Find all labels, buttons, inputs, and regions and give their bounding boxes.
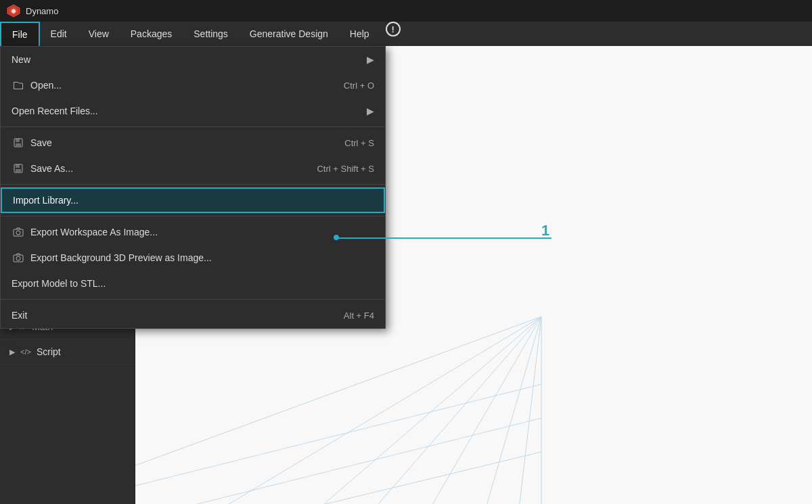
menu-item-open-recent[interactable]: Open Recent Files... ▶ [1, 98, 385, 124]
app-title: Dynamo [26, 6, 58, 16]
svg-rect-9 [16, 143, 21, 146]
arrow-right-icon: ▶ [367, 54, 374, 65]
svg-point-14 [16, 231, 20, 235]
camera-3d-icon [12, 251, 25, 265]
expand-arrow-icon-script: ▶ [9, 348, 15, 357]
menu-file[interactable]: File [0, 22, 40, 46]
script-icon: </> [20, 348, 31, 356]
info-icon[interactable]: ! [386, 22, 401, 37]
svg-rect-8 [16, 139, 20, 142]
menu-generative-design[interactable]: Generative Design [239, 22, 339, 46]
menu-item-exit[interactable]: Exit Alt + F4 [1, 302, 385, 328]
menu-item-save[interactable]: Save Ctrl + S [1, 130, 385, 156]
sidebar-item-script[interactable]: ▶ </> Script [0, 340, 135, 365]
title-bar: Dynamo [0, 0, 812, 22]
menu-help[interactable]: Help [339, 22, 380, 46]
menu-bar: File Edit View Packages Settings Generat… [0, 22, 812, 46]
menu-item-export-image[interactable]: Export Workspace As Image... [1, 219, 385, 245]
menu-item-export-bg[interactable]: Export Background 3D Preview as Image... [1, 245, 385, 271]
menu-item-import-library[interactable]: Import Library... [1, 187, 385, 213]
svg-point-16 [16, 256, 20, 260]
svg-rect-11 [16, 164, 20, 168]
save-as-icon [12, 162, 25, 175]
separator-1 [1, 127, 385, 127]
menu-item-new[interactable]: New ▶ [1, 47, 385, 72]
menu-edit[interactable]: Edit [40, 22, 78, 46]
svg-rect-12 [16, 169, 21, 172]
svg-rect-5 [22, 83, 23, 89]
annotation-number: 1 [541, 222, 549, 239]
sidebar-item-script-label: Script [37, 346, 61, 357]
main-layout: New ▶ Open... Ctrl + O Open Recent Files… [0, 46, 812, 504]
menu-view[interactable]: View [78, 22, 120, 46]
menu-item-open[interactable]: Open... Ctrl + O [1, 72, 385, 98]
svg-rect-6 [14, 89, 23, 89]
sidebar: New ▶ Open... Ctrl + O Open Recent Files… [0, 46, 135, 504]
separator-3 [1, 216, 385, 216]
menu-item-save-as[interactable]: Save As... Ctrl + Shift + S [1, 156, 385, 181]
annotation-line [335, 237, 551, 239]
camera-icon [12, 225, 25, 239]
save-icon [12, 136, 25, 150]
svg-rect-4 [14, 82, 14, 89]
open-file-icon [12, 78, 25, 92]
file-dropdown-menu: New ▶ Open... Ctrl + O Open Recent Files… [0, 46, 386, 329]
separator-2 [1, 184, 385, 185]
app-logo [7, 4, 20, 18]
menu-packages[interactable]: Packages [120, 22, 183, 46]
menu-item-export-stl[interactable]: Export Model to STL... [1, 271, 385, 296]
arrow-right-icon: ▶ [367, 106, 374, 116]
menu-settings[interactable]: Settings [183, 22, 239, 46]
separator-4 [1, 299, 385, 300]
